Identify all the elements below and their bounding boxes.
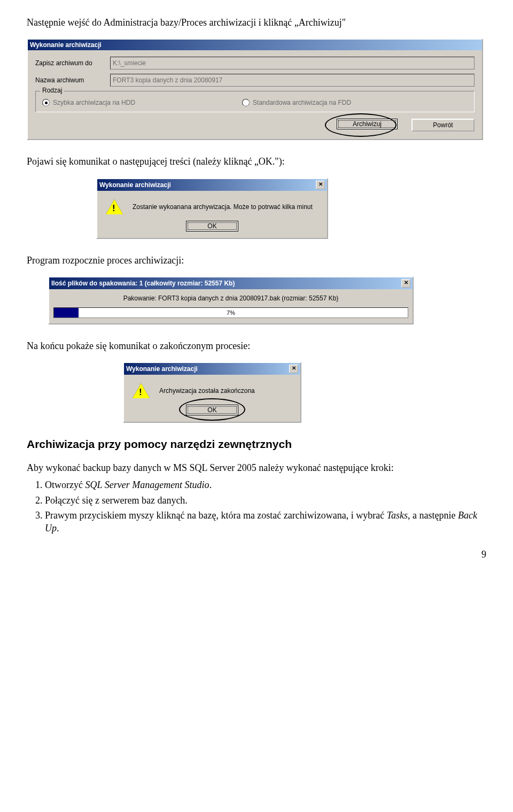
progress-percent-label: 7% <box>54 308 408 318</box>
message-text: Archywizacja została zakończona <box>159 387 255 395</box>
radio-fast-hdd[interactable]: Szybka archiwizacja na HDD <box>42 99 135 106</box>
page-number: 9 <box>27 549 486 560</box>
titlebar-text: Ilość plików do spakowania: 1 (całkowity… <box>51 280 235 287</box>
progress-text: Pakowanie: FORT3 kopia danych z dnia 200… <box>49 289 413 305</box>
dialog-archive-complete: Wykonanie archiwizacji ✕ Archywizacja zo… <box>123 362 301 423</box>
dialog-progress: Ilość plików do spakowania: 1 (całkowity… <box>48 276 414 324</box>
numbered-steps: Otworzyć SQL Server Management Studio. P… <box>45 478 486 535</box>
ok-button[interactable]: OK <box>186 405 238 415</box>
titlebar[interactable]: Wykonanie archiwizacji ✕ <box>124 363 300 375</box>
close-icon[interactable]: ✕ <box>401 279 410 288</box>
radio-label: Standardowa archiwizacja na FDD <box>253 99 351 106</box>
text: Prawym przyciskiem myszy kliknąć na bazę… <box>45 510 387 521</box>
paragraph-intro-3: Program rozpocznie proces archiwizacji: <box>27 254 486 267</box>
emphasis: Tasks <box>387 510 408 521</box>
progress-bar: 7% <box>53 307 408 318</box>
warning-icon <box>106 199 123 214</box>
text: . <box>57 523 59 533</box>
text: Otworzyć <box>45 480 85 490</box>
emphasis: SQL Server Management Studio <box>85 480 209 490</box>
titlebar-text: Wykonanie archiwizacji <box>126 365 198 373</box>
label-archive-name: Nazwa archiwum <box>35 76 105 84</box>
radio-icon <box>242 99 250 106</box>
titlebar-text: Wykonanie archiwizacji <box>30 41 102 49</box>
group-kind: Rodzaj Szybka archiwizacja na HDD Standa… <box>35 91 475 112</box>
label-save-to: Zapisz archiwum do <box>35 59 105 67</box>
list-item: Otworzyć SQL Server Management Studio. <box>45 478 486 491</box>
archive-button[interactable]: Archiwizuj <box>337 119 398 129</box>
warning-icon <box>133 383 150 398</box>
input-archive-name[interactable]: FORT3 kopia danych z dnia 20080917 <box>110 74 475 87</box>
titlebar-text: Wykonanie archiwizacji <box>99 181 171 189</box>
group-kind-legend: Rodzaj <box>40 87 64 94</box>
paragraph-intro-5: Aby wykonać backup bazy danych w MS SQL … <box>27 461 486 474</box>
titlebar[interactable]: Wykonanie archiwizacji <box>28 40 482 50</box>
radio-icon <box>42 99 50 106</box>
radio-standard-fdd[interactable]: Standardowa archiwizacja na FDD <box>242 99 351 106</box>
close-icon[interactable]: ✕ <box>289 365 298 373</box>
text: , a następnie <box>408 510 458 521</box>
list-item: Połączyć się z serwerem baz danych. <box>45 494 486 507</box>
message-text: Zostanie wykoanana archywizacja. Może to… <box>133 203 313 211</box>
ok-button[interactable]: OK <box>186 221 238 231</box>
back-button[interactable]: Powrót <box>411 119 475 132</box>
dialog-archive-config: Wykonanie archiwizacji Zapisz archiwum d… <box>27 38 483 140</box>
paragraph-intro-4: Na końcu pokaże się komunikat o zakończo… <box>27 339 486 352</box>
titlebar[interactable]: Ilość plików do spakowania: 1 (całkowity… <box>49 277 413 289</box>
section-heading: Archiwizacja przy pomocy narzędzi zewnęt… <box>27 438 486 451</box>
paragraph-intro-1: Następnie wejść do Administracja bazy/Pr… <box>27 16 486 29</box>
radio-label: Szybka archiwizacja na HDD <box>53 99 135 106</box>
list-item: Prawym przyciskiem myszy kliknąć na bazę… <box>45 509 486 535</box>
paragraph-intro-2: Pojawi się komunikat o następującej treś… <box>27 155 486 168</box>
titlebar[interactable]: Wykonanie archiwizacji ✕ <box>97 179 327 191</box>
input-save-to[interactable]: K:\_smiecie <box>110 57 475 69</box>
text: . <box>209 480 212 490</box>
close-icon[interactable]: ✕ <box>316 181 325 189</box>
dialog-confirm-archive: Wykonanie archiwizacji ✕ Zostanie wykoan… <box>96 178 328 239</box>
